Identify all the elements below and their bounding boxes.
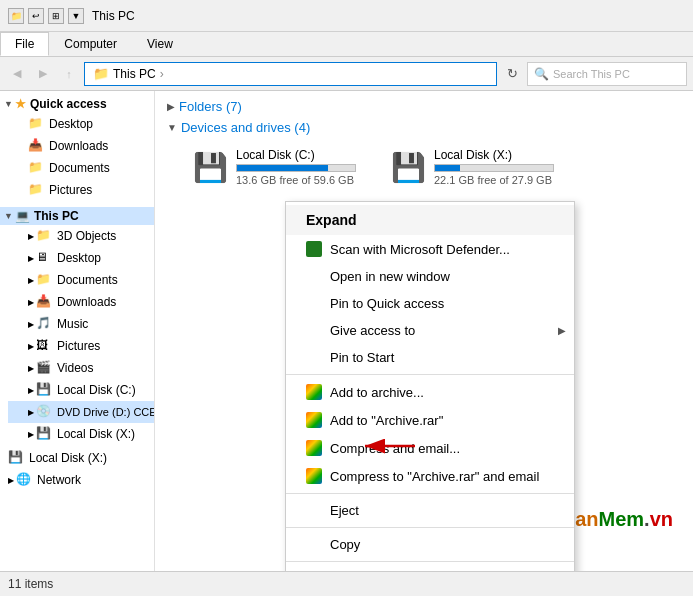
context-divider-4 bbox=[286, 561, 574, 562]
sidebar-item-downloads-qa[interactable]: 📥 Downloads bbox=[8, 135, 154, 157]
sidebar-section-quick-access: ▼ ★ Quick access 📁 Desktop 📥 Downloads 📁… bbox=[0, 95, 154, 201]
music-icon: 🎵 bbox=[36, 316, 52, 332]
context-divider-1 bbox=[286, 374, 574, 375]
sidebar-item-music[interactable]: ▶ 🎵 Music bbox=[8, 313, 154, 335]
drive-c-item[interactable]: 💾 Local Disk (C:) 13.6 GB free of 59.6 G… bbox=[183, 141, 365, 193]
context-copy[interactable]: Copy bbox=[286, 531, 574, 558]
watermark-vn: vn bbox=[650, 508, 673, 530]
sidebar-item-desktop-qa[interactable]: 📁 Desktop bbox=[8, 113, 154, 135]
chevron-right-icon: ▶ bbox=[28, 430, 34, 439]
sidebar-item-dvd[interactable]: ▶ 💿 DVD Drive (D:) CCE... bbox=[8, 401, 154, 423]
chevron-right-icon: ▶ bbox=[8, 476, 14, 485]
pictures-icon: 🖼 bbox=[36, 338, 52, 354]
computer-icon: 💻 bbox=[15, 209, 30, 223]
compress-rar-email-label: Compress to "Archive.rar" and email bbox=[330, 469, 539, 484]
pin-start-label: Pin to Start bbox=[330, 350, 394, 365]
context-open-new-window[interactable]: Open in new window bbox=[286, 263, 574, 290]
context-divider-3 bbox=[286, 527, 574, 528]
sidebar-item-desktop-pc[interactable]: ▶ 🖥 Desktop bbox=[8, 247, 154, 269]
archive-icon bbox=[306, 468, 322, 484]
sidebar-item-label: Local Disk (X:) bbox=[57, 427, 135, 441]
context-give-access[interactable]: Give access to ▶ bbox=[286, 317, 574, 344]
title-icon: 📁 bbox=[8, 8, 24, 24]
open-new-window-label: Open in new window bbox=[330, 269, 450, 284]
window-title: This PC bbox=[92, 9, 135, 23]
chevron-right-icon: ▶ bbox=[28, 298, 34, 307]
folder-icon: 📁 bbox=[28, 182, 44, 198]
drive-x-item[interactable]: 💾 Local Disk (X:) 22.1 GB free of 27.9 G… bbox=[381, 141, 563, 193]
search-icon: 🔍 bbox=[534, 67, 549, 81]
context-compress-rar-email[interactable]: Compress to "Archive.rar" and email bbox=[286, 462, 574, 490]
title-bar: 📁 ↩ ⊞ ▼ This PC bbox=[0, 0, 693, 32]
sidebar-item-3dobjects[interactable]: ▶ 📁 3D Objects bbox=[8, 225, 154, 247]
path-folder-icon: 📁 bbox=[93, 66, 109, 81]
sidebar-item-label: Downloads bbox=[49, 139, 108, 153]
sidebar-item-label: Downloads bbox=[57, 295, 116, 309]
drive-x-icon: 💾 bbox=[390, 149, 426, 185]
drive-c-size: 13.6 GB free of 59.6 GB bbox=[236, 174, 356, 186]
sidebar-item-downloads-pc[interactable]: ▶ 📥 Downloads bbox=[8, 291, 154, 313]
sidebar-item-localx2[interactable]: 💾 Local Disk (X:) bbox=[0, 447, 154, 469]
context-pin-quick-access[interactable]: Pin to Quick access bbox=[286, 290, 574, 317]
ribbon: File Computer View bbox=[0, 32, 693, 57]
thispc-header[interactable]: ▼ 💻 This PC bbox=[0, 207, 154, 225]
thispc-items: ▶ 📁 3D Objects ▶ 🖥 Desktop ▶ 📁 Documents… bbox=[0, 225, 154, 445]
sidebar-item-documents-qa[interactable]: 📁 Documents bbox=[8, 157, 154, 179]
sidebar-item-pictures-pc[interactable]: ▶ 🖼 Pictures bbox=[8, 335, 154, 357]
sidebar-item-network[interactable]: ▶ 🌐 Network bbox=[0, 469, 154, 491]
expand-label: Expand bbox=[306, 212, 357, 228]
forward-button[interactable]: ▶ bbox=[32, 63, 54, 85]
sidebar-item-label: DVD Drive (D:) CCE... bbox=[57, 406, 154, 418]
folders-section-header[interactable]: ▶ Folders (7) bbox=[167, 99, 681, 114]
context-eject[interactable]: Eject bbox=[286, 497, 574, 524]
context-add-archive-rar[interactable]: Add to "Archive.rar" bbox=[286, 406, 574, 434]
quick-access-label: Quick access bbox=[30, 97, 107, 111]
sidebar-item-localx[interactable]: ▶ 💾 Local Disk (X:) bbox=[8, 423, 154, 445]
context-properties[interactable]: Properties bbox=[286, 565, 574, 571]
drive-x-bar-container bbox=[434, 164, 554, 172]
sidebar-item-pictures-qa[interactable]: 📁 Pictures bbox=[8, 179, 154, 201]
sidebar-item-label: Local Disk (C:) bbox=[57, 383, 136, 397]
sidebar-item-videos[interactable]: ▶ 🎬 Videos bbox=[8, 357, 154, 379]
properties-btn[interactable]: ⊞ bbox=[48, 8, 64, 24]
videos-icon: 🎬 bbox=[36, 360, 52, 376]
main-layout: ▼ ★ Quick access 📁 Desktop 📥 Downloads 📁… bbox=[0, 91, 693, 571]
sidebar-item-label: Pictures bbox=[49, 183, 92, 197]
quick-access-header[interactable]: ▼ ★ Quick access bbox=[0, 95, 154, 113]
sidebar-item-documents-pc[interactable]: ▶ 📁 Documents bbox=[8, 269, 154, 291]
give-access-label: Give access to bbox=[330, 323, 415, 338]
refresh-button[interactable]: ↻ bbox=[501, 63, 523, 85]
tab-computer[interactable]: Computer bbox=[49, 32, 132, 56]
drives-grid: 💾 Local Disk (C:) 13.6 GB free of 59.6 G… bbox=[183, 141, 681, 193]
sidebar-item-label: Documents bbox=[49, 161, 110, 175]
context-pin-start[interactable]: Pin to Start bbox=[286, 344, 574, 371]
sidebar-section-extra: 💾 Local Disk (X:) ▶ 🌐 Network bbox=[0, 447, 154, 491]
status-text: 11 items bbox=[8, 577, 53, 591]
up-button[interactable]: ↑ bbox=[58, 63, 80, 85]
annotation-arrow bbox=[355, 431, 435, 461]
sidebar-item-localc[interactable]: ▶ 💾 Local Disk (C:) bbox=[8, 379, 154, 401]
search-box[interactable]: 🔍 Search This PC bbox=[527, 62, 687, 86]
context-menu: Expand Scan with Microsoft Defender... O… bbox=[285, 201, 575, 571]
quick-access-btn[interactable]: ↩ bbox=[28, 8, 44, 24]
context-scan-defender[interactable]: Scan with Microsoft Defender... bbox=[286, 235, 574, 263]
path-separator: › bbox=[160, 67, 164, 81]
sidebar-item-label: Videos bbox=[57, 361, 93, 375]
chevron-right-icon: ▶ bbox=[28, 276, 34, 285]
back-button[interactable]: ◀ bbox=[6, 63, 28, 85]
drive-c-name: Local Disk (C:) bbox=[236, 148, 356, 162]
context-add-archive[interactable]: Add to archive... bbox=[286, 378, 574, 406]
archive-icon bbox=[306, 384, 322, 400]
add-archive-label: Add to archive... bbox=[330, 385, 424, 400]
chevron-right-icon: ▶ bbox=[28, 364, 34, 373]
tab-file[interactable]: File bbox=[0, 32, 49, 56]
folder-icon: 📁 bbox=[36, 228, 52, 244]
sidebar-item-label: Network bbox=[37, 473, 81, 487]
add-archive-rar-label: Add to "Archive.rar" bbox=[330, 413, 443, 428]
drives-section-header[interactable]: ▼ Devices and drives (4) bbox=[167, 120, 681, 135]
submenu-arrow-icon: ▶ bbox=[558, 325, 566, 336]
address-input[interactable]: 📁 This PC › bbox=[84, 62, 497, 86]
tab-view[interactable]: View bbox=[132, 32, 188, 56]
arrow-down-btn[interactable]: ▼ bbox=[68, 8, 84, 24]
context-expand[interactable]: Expand bbox=[286, 205, 574, 235]
